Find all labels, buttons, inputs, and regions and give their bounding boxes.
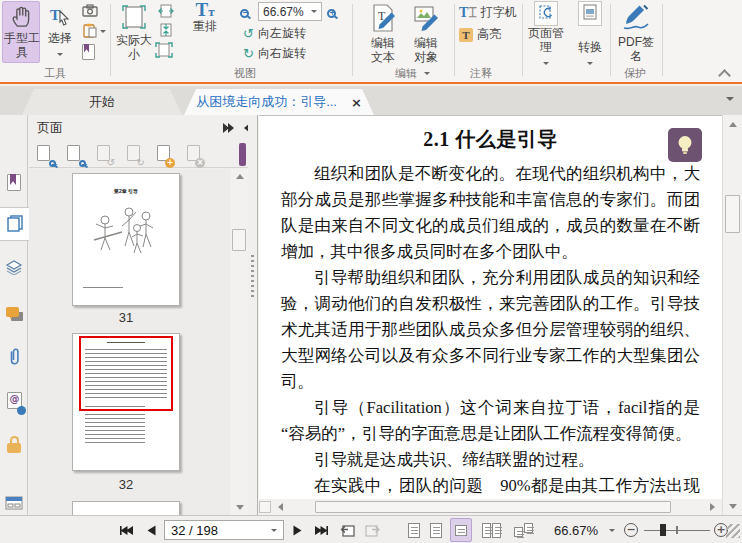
form-fields-icon (5, 496, 23, 513)
pages-panel-title: 页面 (37, 119, 63, 137)
sidebar-item-attachments[interactable] (0, 341, 28, 375)
zoom-slider-thumb[interactable] (660, 524, 666, 536)
thumbnail-32-number: 32 (72, 477, 180, 492)
enlarge-thumbnails-button[interactable]: + (37, 145, 50, 164)
convert-button[interactable]: 转换 (572, 1, 608, 65)
document-scroll-down-icon[interactable] (724, 499, 741, 514)
document-vertical-scrollbar[interactable] (722, 115, 742, 515)
page-thumbnail-33[interactable] (72, 501, 180, 515)
page-management-label: 页面管理 (528, 26, 564, 54)
single-page-view-button[interactable] (426, 516, 446, 543)
document-tab-bar: 开始 从困境走向成功：引导... × (0, 86, 742, 115)
sidebar-item-signatures[interactable]: @ (0, 385, 28, 419)
status-zoom-out-button[interactable]: − (622, 516, 640, 543)
current-view-indicator (79, 336, 173, 411)
select-dropdown-arrow-icon (57, 53, 63, 56)
tab-start-label: 开始 (89, 93, 115, 111)
bookmark-page-button[interactable] (82, 42, 106, 61)
edit-object-icon (406, 3, 446, 36)
select-tool-button[interactable]: T 选择 (42, 1, 78, 63)
sidebar-item-security[interactable] (0, 427, 28, 461)
collapse-ribbon-button[interactable] (720, 68, 729, 77)
zoom-level-value: 66.67% (263, 5, 304, 19)
delete-page-button[interactable]: × (187, 145, 200, 164)
layers-icon (5, 259, 23, 278)
last-page-button[interactable] (310, 516, 332, 543)
edit-text-label: 编辑文本 (366, 36, 400, 64)
edit-object-button[interactable]: 编辑对象 (406, 1, 446, 65)
fit-visible-button[interactable] (155, 42, 179, 61)
previous-page-button[interactable] (142, 516, 160, 543)
page-thumbnail-31[interactable]: 第2章 引导 (72, 173, 180, 306)
previous-view-button[interactable] (338, 516, 358, 543)
highlight-button[interactable]: T 高亮 (459, 26, 501, 43)
insert-page-button[interactable]: + (157, 145, 170, 164)
edit-text-button[interactable]: T 编辑文本 (364, 1, 402, 65)
next-view-button[interactable] (362, 516, 382, 543)
document-hscrollbar-thumb[interactable] (315, 501, 671, 513)
typewriter-button[interactable]: T⌶ 打字机 (459, 4, 517, 21)
actual-size-button[interactable]: 实际大小 (114, 1, 154, 63)
reflow-label: 重排 (186, 19, 224, 33)
rotate-page-left-button[interactable]: ↺ (97, 145, 110, 164)
tab-document-label: 从困境走向成功：引导... (196, 93, 337, 111)
fit-width-button[interactable] (158, 3, 182, 22)
document-heading: 2.1 什么是引导 (259, 126, 722, 153)
status-zoom-dropdown-icon[interactable] (606, 516, 618, 543)
thumbnail-list: 第2章 引导 31 32 (29, 169, 230, 515)
clipboard-button[interactable] (82, 22, 106, 41)
hand-tool-button[interactable]: 手型工具 (2, 1, 40, 63)
page-properties-button[interactable] (404, 516, 424, 543)
pdf-sign-button[interactable]: PDF签名 (614, 1, 658, 65)
typewriter-icon: T⌶ (459, 5, 477, 21)
panel-splitter[interactable] (248, 115, 258, 515)
page-thumbnail-32[interactable] (72, 333, 180, 471)
first-page-button[interactable] (116, 516, 138, 543)
rotate-page-right-button[interactable]: ↻ (127, 145, 140, 164)
hand-icon (10, 17, 32, 31)
shrink-thumbnails-button[interactable]: − (67, 145, 80, 164)
zoom-level-combobox[interactable]: 66.67% (258, 2, 322, 21)
document-scroll-left-icon[interactable] (273, 499, 287, 515)
document-vscrollbar-thumb[interactable] (725, 195, 740, 233)
rotate-right-icon: ↻ (243, 46, 254, 61)
panel-toolbar-more-handle[interactable] (239, 143, 246, 166)
document-scroll-up-icon[interactable] (724, 117, 741, 132)
document-scroll-right-icon[interactable] (705, 499, 719, 515)
page-box-dropdown-icon (271, 529, 277, 532)
zoom-in-button[interactable]: + (327, 4, 351, 23)
continuous-facing-view-button[interactable] (510, 516, 536, 543)
continuous-view-button[interactable] (450, 518, 472, 542)
tab-close-icon[interactable]: × (351, 96, 362, 109)
tab-document[interactable]: 从困境走向成功：引导... × (184, 89, 374, 115)
facing-view-button[interactable] (478, 516, 504, 543)
expand-panel-icon[interactable] (223, 123, 234, 133)
document-paragraph: 组织和团队是不断变化的。在现代的组织机构中，大部分成员是那些掌握多种技能和丰富信… (281, 161, 700, 265)
scrollbar-corner-box (259, 501, 271, 513)
thumbnail-scrollbar-thumb[interactable] (232, 229, 246, 251)
paperclip-icon (7, 347, 22, 369)
page-management-button[interactable]: 页面管理 (526, 1, 566, 65)
thumbnail-scroll-down-icon[interactable] (231, 500, 248, 515)
snapshot-button[interactable] (82, 2, 106, 21)
zoom-out-magnifier-icon: − (240, 9, 249, 18)
window-resize-grip[interactable] (726, 524, 740, 538)
sidebar-item-bookmarks[interactable] (0, 167, 28, 201)
sidebar-item-pages[interactable] (0, 207, 29, 241)
annotation-note-button[interactable] (668, 128, 702, 162)
tab-list-dropdown-icon[interactable] (726, 97, 734, 101)
tab-start[interactable]: 开始 (22, 89, 182, 115)
zoom-combo-arrow-icon (311, 10, 317, 13)
sidebar-item-layers[interactable] (0, 251, 28, 285)
reflow-button[interactable]: Tт 重排 (186, 1, 224, 51)
document-horizontal-scrollbar[interactable] (259, 499, 722, 515)
sidebar-item-comments[interactable] (0, 297, 28, 331)
page-number-box[interactable]: 32 / 198 (164, 520, 284, 540)
thumbnail-scroll-up-icon[interactable] (231, 169, 248, 184)
thumbnail-scrollbar[interactable] (231, 169, 248, 515)
fit-page-button[interactable] (158, 22, 182, 41)
rotate-left-button[interactable]: ↺ 向左旋转 (243, 25, 306, 42)
rotate-right-button[interactable]: ↻ 向右旋转 (243, 45, 306, 62)
next-page-button[interactable] (288, 516, 306, 543)
lightbulb-icon (675, 134, 695, 156)
